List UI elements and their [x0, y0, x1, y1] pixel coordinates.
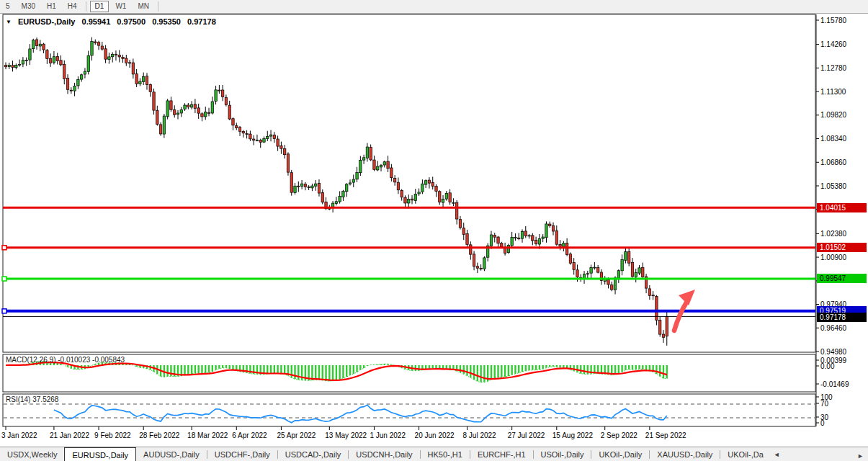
- candle-body: [128, 63, 130, 63]
- candle-body: [528, 236, 530, 236]
- candle-body: [559, 244, 561, 246]
- candle-body: [218, 90, 220, 91]
- candle-body: [366, 147, 368, 158]
- price-tick-label: 1.14260: [820, 40, 846, 48]
- candle-body: [590, 268, 592, 274]
- collapse-triangle-icon[interactable]: ▼: [6, 19, 12, 25]
- candle-body: [439, 192, 441, 202]
- candle-body: [549, 224, 551, 225]
- price-tick-label: 1.06860: [820, 158, 846, 166]
- candle-body: [269, 135, 272, 136]
- candle-body: [66, 79, 68, 90]
- candle-body: [642, 267, 644, 277]
- chart-tab-usdcnh-daily[interactable]: USDCNH-,Daily: [349, 447, 419, 461]
- candle-body: [256, 140, 258, 140]
- candle-body: [424, 181, 426, 184]
- date-label: 18 Mar 2022: [187, 431, 228, 439]
- date-label: 13 May 2022: [325, 431, 367, 439]
- candle-body: [246, 134, 248, 135]
- candle-body: [60, 61, 62, 65]
- chart-tab-eurusd-daily[interactable]: EURUSD-,Daily: [64, 447, 136, 461]
- chart-tab-usoil-daily[interactable]: USOil-,Daily: [534, 447, 591, 461]
- candle-body: [377, 166, 379, 170]
- candle-body: [576, 270, 578, 277]
- candle-body: [459, 220, 461, 228]
- candle-body: [532, 236, 534, 241]
- candle-body: [211, 102, 213, 113]
- candle-body: [238, 127, 241, 132]
- candle-body: [184, 105, 186, 109]
- candle-body: [42, 44, 45, 50]
- candle-body: [666, 316, 668, 336]
- candle-body: [252, 139, 254, 140]
- candle-body: [91, 42, 93, 55]
- hline-price-tag: 1.01502: [817, 243, 867, 252]
- candle-body: [46, 50, 48, 59]
- candle-body: [625, 251, 627, 260]
- candle-body: [380, 165, 382, 167]
- tab-scroll-right-icon[interactable]: ►: [854, 449, 867, 461]
- tab-scroll-left-icon[interactable]: ◄: [771, 447, 783, 461]
- candle-body: [521, 232, 523, 238]
- candle-body: [514, 238, 516, 238]
- candle-body: [449, 193, 451, 202]
- hline-handle[interactable]: [2, 277, 6, 281]
- candle-body: [418, 192, 420, 194]
- candle-body: [159, 125, 161, 134]
- candle-body: [596, 267, 599, 272]
- price-tick-label: 1.12780: [820, 64, 846, 72]
- candle-body: [280, 146, 282, 148]
- chart-canvas[interactable]: [0, 0, 868, 447]
- candle-body: [170, 101, 172, 109]
- ohlc-open: 0.95941: [82, 17, 111, 26]
- candle-body: [18, 64, 20, 65]
- macd-label: MACD(12,26,9) -0.010023 -0.005843: [6, 356, 125, 364]
- candle-body: [545, 224, 547, 238]
- date-label: 21 Jan 2022: [50, 431, 89, 439]
- candle-body: [215, 90, 217, 102]
- candle-body: [4, 66, 6, 67]
- macd-tick-label: -0.01469: [820, 380, 849, 388]
- candle-body: [297, 186, 300, 187]
- candle-body: [617, 271, 619, 278]
- price-tick-label: 1.11300: [820, 88, 846, 96]
- hline-price-tag: 1.04015: [817, 203, 867, 212]
- chart-tab-hk50-h1[interactable]: HK50-,H1: [421, 447, 470, 461]
- chart-tab-ukoil-da[interactable]: UKOil-,Da: [720, 447, 771, 461]
- candle-body: [428, 180, 430, 183]
- terminal-window: 5M30H1H4D1W1MN ▼ EURUSD-,Daily 0.95941 0…: [0, 0, 868, 461]
- candle-body: [187, 105, 189, 107]
- candle-body: [311, 186, 313, 188]
- date-label: 3 Jan 2022: [1, 431, 37, 439]
- main-pane: [3, 14, 815, 352]
- rsi-label: RSI(14) 37.5268: [6, 395, 58, 403]
- chart-tab-usdcad-daily[interactable]: USDCAD-,Daily: [278, 447, 349, 461]
- chart-tab-xauusd-daily[interactable]: XAUUSD-,Daily: [650, 447, 720, 461]
- candle-body: [563, 243, 565, 247]
- candle-body: [356, 172, 358, 179]
- hline-handle[interactable]: [2, 309, 6, 313]
- hline-price-tag: 0.97178: [817, 313, 867, 322]
- chart-tab-ukoil-daily[interactable]: UKOil-,Daily: [591, 447, 649, 461]
- price-tick-label: 1.08340: [820, 135, 846, 143]
- candle-body: [32, 40, 35, 49]
- price-tick-label: 1.00900: [820, 254, 846, 261]
- chart-tab-audusd-daily[interactable]: AUDUSD-,Daily: [136, 447, 207, 461]
- chart-tab-usdchf-daily[interactable]: USDCHF-,Daily: [207, 447, 277, 461]
- chart-symbol-label: EURUSD-,Daily: [18, 17, 75, 26]
- chart-tab-eurchf-h1[interactable]: EURCHF-,H1: [470, 447, 533, 461]
- candle-body: [249, 134, 251, 139]
- candle-body: [339, 197, 341, 202]
- hline-handle[interactable]: [2, 246, 6, 250]
- candle-body: [163, 116, 165, 134]
- chart-title: ▼ EURUSD-,Daily 0.95941 0.97500 0.95350 …: [6, 17, 216, 26]
- candle-body: [201, 114, 203, 117]
- candle-body: [304, 184, 306, 187]
- candle-body: [111, 54, 113, 56]
- candle-body: [594, 267, 596, 268]
- chart-tab-usdx-weekly[interactable]: USDX,Weekly: [0, 447, 64, 461]
- candle-body: [435, 187, 437, 192]
- price-tick-label: 1.05380: [820, 182, 846, 190]
- candle-body: [501, 243, 503, 247]
- candle-body: [232, 119, 234, 125]
